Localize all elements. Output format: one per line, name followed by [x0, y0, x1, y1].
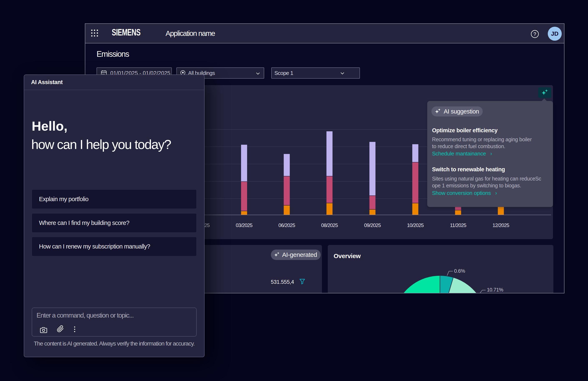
svg-text:08/2025: 08/2025 — [321, 223, 338, 228]
svg-text:10.71%: 10.71% — [487, 287, 503, 292]
svg-text:10/2025: 10/2025 — [407, 223, 424, 228]
svg-text:11/2025: 11/2025 — [450, 223, 466, 228]
svg-text:06/2025: 06/2025 — [278, 223, 295, 228]
svg-text:03/2025: 03/2025 — [236, 223, 252, 228]
svg-text:0.6%: 0.6% — [454, 268, 465, 274]
svg-text:12/2025: 12/2025 — [492, 223, 509, 228]
svg-text:09/2025: 09/2025 — [364, 223, 381, 228]
svg-text:?: ? — [533, 31, 536, 37]
